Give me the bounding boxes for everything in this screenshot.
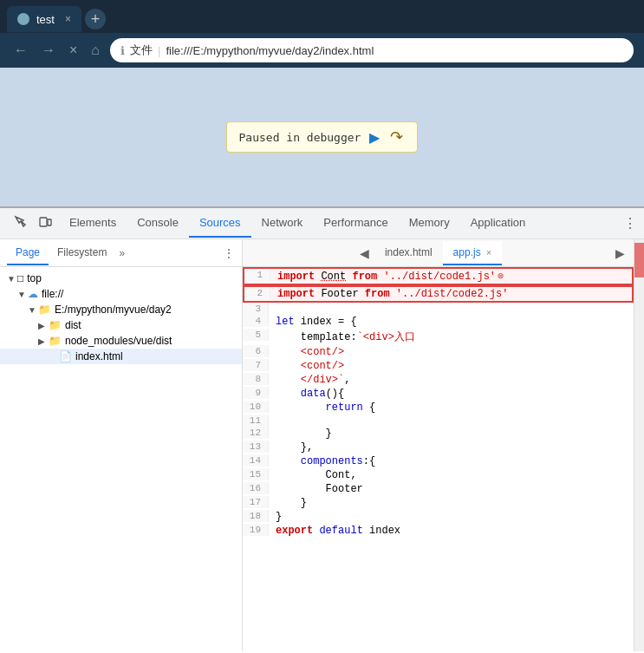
tab-network[interactable]: Network (251, 209, 314, 238)
tree-item-file[interactable]: ▼ ☁ file:// (0, 286, 242, 302)
scrollbar-error-indicator (634, 243, 644, 278)
inspect-icon (14, 215, 28, 229)
devtools: Elements Console Sources Network Perform… (0, 206, 644, 651)
line-code-12: } (269, 427, 634, 441)
tree-item-top[interactable]: ▼ □ top (0, 271, 242, 286)
tree-label-index: index.html (75, 350, 123, 362)
panel-tab-page[interactable]: Page (7, 241, 49, 265)
editor-tab-index-html[interactable]: index.html (374, 241, 443, 265)
tab-elements[interactable]: Elements (59, 209, 127, 238)
address-input[interactable]: ℹ 文件 | file:///E:/mypython/myvue/day2/in… (110, 38, 634, 62)
line-code-18: } (269, 510, 634, 524)
line-code-3 (269, 303, 634, 304)
device-icon (38, 215, 52, 229)
tab-application[interactable]: Application (460, 209, 537, 238)
code-line-4: 4 let index = { (243, 315, 634, 329)
line-code-17: } (269, 496, 634, 510)
tree-item-index-html[interactable]: ▶ 📄 index.html (0, 349, 242, 364)
tree-item-node-modules[interactable]: ▶ 📁 node_modules/vue/dist (0, 333, 242, 349)
line-number-9: 9 (243, 387, 269, 399)
code-line-19: 19 export default index (243, 524, 634, 538)
line-code-13: }, (269, 441, 634, 454)
tab-label: test (36, 13, 55, 26)
tab-memory[interactable]: Memory (399, 209, 460, 238)
line-code-6: <cont/> (269, 345, 634, 359)
back-button[interactable]: ← (10, 41, 31, 60)
resume-button[interactable]: ▶ (368, 129, 381, 146)
code-line-13: 13 }, (243, 441, 634, 454)
line-number-8: 8 (243, 373, 269, 385)
line-number-5: 5 (243, 329, 269, 341)
tab-favicon (17, 13, 29, 25)
code-line-17: 17 } (243, 496, 634, 510)
browser-tab-test[interactable]: test × (7, 6, 81, 32)
tree-arrow-node: ▶ (38, 336, 49, 346)
device-toolbar-button[interactable] (35, 212, 55, 236)
code-line-14: 14 components:{ (243, 454, 634, 468)
line-code-14: components:{ (269, 454, 634, 468)
line-number-2: 2 (244, 287, 270, 299)
line-code-15: Cont, (269, 468, 634, 482)
line-number-1: 1 (244, 269, 270, 281)
tree-item-myvue[interactable]: ▼ 📁 E:/mypython/myvue/day2 (0, 302, 242, 317)
editor-scrollbar[interactable] (634, 239, 644, 651)
address-url: file:///E:/mypython/myvue/day2/index.htm… (166, 44, 374, 57)
address-label: 文件 (130, 42, 153, 58)
code-line-2: 2 import Footer from '../dist/code2.js' (243, 285, 634, 303)
code-line-6: 6 <cont/> (243, 345, 634, 359)
right-panel: ◀ index.html app.js × ▶ 1 import Cont fr… (243, 239, 634, 651)
tab-console[interactable]: Console (127, 209, 189, 238)
line-number-7: 7 (243, 359, 269, 371)
tab-close-btn[interactable]: × (65, 13, 71, 25)
home-button[interactable]: ⌂ (88, 41, 103, 60)
line-number-18: 18 (243, 510, 269, 522)
new-tab-button[interactable]: + (85, 9, 106, 29)
address-bar: ← → × ⌂ ℹ 文件 | file:///E:/mypython/myvue… (0, 33, 644, 68)
tree-item-dist[interactable]: ▶ 📁 dist (0, 317, 242, 333)
line-number-6: 6 (243, 345, 269, 357)
code-editor[interactable]: 1 import Cont from '../dist/code1.js'⊗ 2… (243, 267, 634, 651)
forward-button[interactable]: → (38, 41, 59, 60)
debugger-banner: Paused in debugger ▶ ↷ (226, 121, 419, 153)
code-line-15: 15 Cont, (243, 468, 634, 482)
line-number-15: 15 (243, 468, 269, 480)
prev-editor-btn[interactable]: ◀ (355, 245, 374, 262)
editor-tab-close-btn[interactable]: × (486, 247, 491, 258)
panel-sync-button[interactable]: ⋮ (223, 246, 235, 260)
line-number-4: 4 (243, 315, 269, 327)
tab-performance[interactable]: Performance (313, 209, 398, 238)
address-separator: | (158, 44, 160, 57)
folder-icon-dist: 📁 (49, 319, 62, 331)
page-content: Paused in debugger ▶ ↷ (0, 68, 644, 206)
line-number-11: 11 (243, 415, 269, 427)
tree-label-file: file:// (42, 288, 63, 300)
line-code-7: <cont/> (269, 359, 634, 373)
next-editor-btn[interactable]: ▶ (610, 245, 630, 262)
tree-label-node: node_modules/vue/dist (65, 335, 172, 347)
panel-tab-filesystem[interactable]: Filesystem (49, 241, 115, 265)
inspect-element-button[interactable] (10, 212, 31, 236)
editor-tab-bar: ◀ index.html app.js × ▶ (243, 239, 634, 267)
line-number-14: 14 (243, 454, 269, 467)
editor-tab-app-js[interactable]: app.js × (443, 241, 502, 265)
code-line-9: 9 data(){ (243, 387, 634, 401)
address-icon: ℹ (120, 44, 125, 57)
tab-bar: test × + (0, 0, 644, 33)
stepover-button[interactable]: ↷ (388, 127, 405, 147)
line-number-17: 17 (243, 496, 269, 508)
line-number-3: 3 (243, 303, 269, 315)
svg-rect-1 (48, 219, 51, 225)
devtools-body: Page Filesystem » ⋮ ▼ □ top (0, 239, 644, 651)
code-line-1: 1 import Cont from '../dist/code1.js'⊗ (243, 267, 634, 285)
more-tabs-button[interactable]: ⋮ (623, 215, 637, 232)
left-panel: Page Filesystem » ⋮ ▼ □ top (0, 239, 243, 651)
folder-icon-node: 📁 (49, 335, 62, 347)
line-code-10: return { (269, 401, 634, 415)
panel-tab-more-button[interactable]: » (119, 247, 125, 259)
close-nav-button[interactable]: × (66, 41, 81, 60)
cloud-icon: ☁ (28, 288, 38, 300)
line-number-12: 12 (243, 427, 269, 439)
tab-sources[interactable]: Sources (189, 209, 251, 238)
line-code-16: Footer (269, 482, 634, 496)
devtools-icons (7, 212, 59, 236)
